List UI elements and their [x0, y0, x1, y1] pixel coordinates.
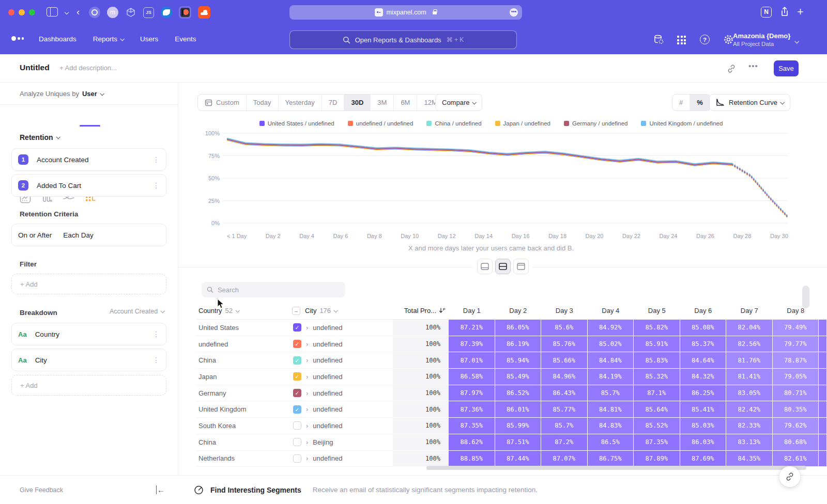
- country-cell[interactable]: Japan: [196, 369, 292, 385]
- criteria-each-day[interactable]: Each Day: [63, 231, 94, 239]
- report-title[interactable]: Untitled: [20, 63, 50, 72]
- retention-cell-partial[interactable]: [819, 418, 827, 434]
- total-cell[interactable]: 100%: [393, 385, 449, 402]
- retention-cell[interactable]: 87.35%: [634, 434, 680, 451]
- settings-gear-icon[interactable]: [723, 34, 734, 45]
- absolute-numbers-toggle[interactable]: #: [672, 94, 690, 111]
- country-cell[interactable]: South Korea: [196, 418, 292, 434]
- country-cell[interactable]: China: [196, 352, 292, 369]
- retention-cell-partial[interactable]: [819, 385, 827, 402]
- retention-cell[interactable]: 84.19%: [588, 369, 634, 385]
- retention-cell[interactable]: 88.62%: [449, 434, 495, 451]
- retention-cell[interactable]: 85.32%: [634, 369, 680, 385]
- country-cell[interactable]: undefined: [196, 336, 292, 353]
- chart-only-view-button[interactable]: [477, 259, 493, 274]
- retention-cell[interactable]: 82.61%: [773, 451, 819, 467]
- share-icon[interactable]: [779, 6, 790, 20]
- help-icon[interactable]: ?: [700, 35, 710, 44]
- cube-icon[interactable]: [125, 7, 136, 18]
- range-3m[interactable]: 3M: [370, 94, 393, 111]
- give-feedback-link[interactable]: Give Feedback: [20, 486, 63, 494]
- notion-icon[interactable]: N: [761, 7, 772, 18]
- retention-cell[interactable]: 85.7%: [541, 418, 588, 434]
- retention-cell[interactable]: 85.66%: [541, 352, 588, 369]
- retention-cell[interactable]: 85.02%: [588, 336, 634, 353]
- retention-criteria-card[interactable]: On or After Each Day: [11, 224, 166, 246]
- series-checkbox[interactable]: ✓: [293, 405, 301, 414]
- back-icon[interactable]: ‹: [76, 6, 80, 18]
- legend-item[interactable]: United States / undefined: [259, 120, 334, 127]
- retention-cell[interactable]: 80.68%: [773, 434, 819, 451]
- city-cell[interactable]: ✓›undefined: [292, 385, 393, 402]
- nav-item-reports[interactable]: Reports: [93, 35, 124, 43]
- legend-item[interactable]: undefined / undefined: [348, 120, 414, 127]
- retention-cell[interactable]: 87.51%: [495, 434, 542, 451]
- retention-cell[interactable]: 78.87%: [773, 352, 819, 369]
- apps-grid-icon[interactable]: [677, 36, 686, 44]
- compare-button[interactable]: Compare: [435, 94, 482, 111]
- retention-cell[interactable]: 82.33%: [726, 418, 773, 434]
- retention-cell[interactable]: 87.1%: [634, 385, 680, 402]
- expand-chevron-icon[interactable]: ›: [306, 356, 308, 364]
- retention-cell[interactable]: 87.35%: [449, 418, 495, 434]
- column-header-city[interactable]: –City176: [292, 302, 393, 320]
- expand-chevron-icon[interactable]: ›: [306, 389, 308, 397]
- city-cell[interactable]: ✓›undefined: [292, 336, 393, 353]
- retention-cell[interactable]: 86.5%: [588, 434, 634, 451]
- onepassword-icon[interactable]: [89, 7, 100, 18]
- m-avatar-icon[interactable]: m: [107, 7, 118, 18]
- column-header-day-5[interactable]: Day 5: [634, 302, 680, 320]
- horizontal-scrollbar[interactable]: [426, 466, 806, 470]
- column-header-day-8[interactable]: Day 8: [773, 302, 819, 320]
- add-description[interactable]: + Add description...: [59, 64, 117, 72]
- country-cell[interactable]: Germany: [196, 385, 292, 402]
- expand-chevron-icon[interactable]: ›: [306, 438, 308, 446]
- total-cell[interactable]: 100%: [393, 336, 449, 353]
- close-window-button[interactable]: [8, 9, 14, 15]
- total-cell[interactable]: 100%: [393, 401, 449, 418]
- retention-cell[interactable]: 86.58%: [449, 369, 495, 385]
- retention-cell[interactable]: 86.05%: [495, 320, 542, 336]
- retention-cell[interactable]: 81.41%: [726, 369, 773, 385]
- retention-cell[interactable]: 85.99%: [495, 418, 542, 434]
- retention-cell[interactable]: 79.77%: [773, 336, 819, 353]
- retention-cell-partial[interactable]: [819, 451, 827, 467]
- retention-cell[interactable]: 87.39%: [449, 336, 495, 353]
- nav-item-users[interactable]: Users: [140, 35, 158, 43]
- expand-chevron-icon[interactable]: ›: [306, 373, 308, 381]
- retention-cell[interactable]: 86.19%: [495, 336, 542, 353]
- range-today[interactable]: Today: [246, 94, 278, 111]
- series-checkbox[interactable]: [293, 454, 301, 463]
- retention-step-2[interactable]: 2 Added To Cart ⋮: [11, 174, 166, 197]
- chart-type-button[interactable]: Retention Curve: [709, 94, 790, 111]
- retention-cell[interactable]: 85.37%: [680, 336, 727, 353]
- page-more-icon[interactable]: •••: [510, 8, 518, 17]
- retention-cell[interactable]: 82.42%: [726, 401, 773, 418]
- column-header-day-1[interactable]: Day 1: [449, 302, 495, 320]
- percent-toggle[interactable]: %: [690, 94, 710, 111]
- nav-item-dashboards[interactable]: Dashboards: [39, 35, 76, 43]
- column-header-day-6[interactable]: Day 6: [680, 302, 727, 320]
- series-checkbox[interactable]: [293, 438, 301, 446]
- column-header-total[interactable]: Total Pro...: [393, 302, 449, 320]
- retention-cell[interactable]: 87.97%: [449, 385, 495, 402]
- city-cell[interactable]: ✓›undefined: [292, 401, 393, 418]
- retention-cell[interactable]: 85.6%: [541, 320, 588, 336]
- retention-cell[interactable]: 82.04%: [726, 320, 773, 336]
- step-2-kebab-icon[interactable]: ⋮: [152, 181, 160, 190]
- column-header-day-4[interactable]: Day 4: [588, 302, 634, 320]
- retention-cell-partial[interactable]: [819, 320, 827, 336]
- range-yesterday[interactable]: Yesterday: [278, 94, 321, 111]
- retention-cell[interactable]: 82.56%: [726, 336, 773, 353]
- breakdown-country[interactable]: Aa Country ⋮: [11, 323, 166, 345]
- retention-cell[interactable]: 85.77%: [541, 401, 588, 418]
- retention-cell[interactable]: 85.41%: [680, 401, 727, 418]
- global-search[interactable]: Open Reports & Dashboards ⌘ + K: [289, 30, 517, 49]
- breakdown-city-kebab-icon[interactable]: ⋮: [152, 356, 160, 364]
- save-button[interactable]: Save: [774, 60, 799, 76]
- retention-cell[interactable]: 86.75%: [588, 451, 634, 467]
- retention-cell[interactable]: 84.81%: [588, 401, 634, 418]
- legend-item[interactable]: United Kingdom / undefined: [641, 120, 723, 127]
- retention-cell[interactable]: 79.62%: [773, 418, 819, 434]
- mixpanel-logo-icon[interactable]: [11, 36, 24, 41]
